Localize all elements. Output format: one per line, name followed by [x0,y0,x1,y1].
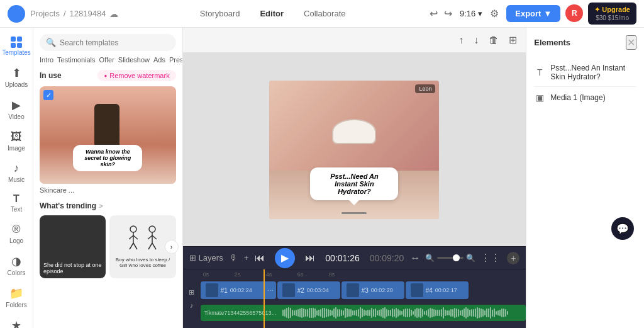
search-icon: 🔍 [46,38,56,47]
sidebar-item-uploads[interactable]: ⬆ Uploads [0,62,33,92]
sidebar-item-video[interactable]: ▶ Video [0,94,33,124]
undo-button[interactable]: ↩ [427,6,440,21]
avatar[interactable]: R [565,4,583,22]
templates-icon [11,37,22,48]
tag-ads[interactable]: Ads [153,55,165,65]
playhead[interactable] [264,269,265,328]
remove-watermark-button[interactable]: Remove watermark [97,70,175,81]
prev-button[interactable]: ⏮ [255,252,265,264]
zoom-track[interactable] [437,257,464,259]
nav-collaborate[interactable]: Collaborate [303,6,347,21]
clip-1[interactable]: #1 00:02:24 ... [201,281,276,299]
move-up-button[interactable]: ↑ [456,32,466,48]
trending-header[interactable]: What's trending [40,201,176,210]
clip-3-thumb [347,283,359,297]
export-button[interactable]: Export ▼ [506,5,560,22]
clip-2[interactable]: #2 00:03:04 [277,281,340,299]
sidebar-icons: Templates ⬆ Uploads ▶ Video 🖼 Image ♪ Mu… [0,28,33,328]
breadcrumb-project-id[interactable]: 12819484 [70,9,106,18]
templates-label: Templates [2,49,31,56]
tag-offer[interactable]: Offer [99,55,114,65]
nav-storyboard[interactable]: Storyboard [199,6,242,21]
element-item-1[interactable]: ▣ Media 1 (Image) [534,87,636,108]
track-icons: ⊞ ♪ [183,269,201,328]
template-name: Skincare ... [40,186,176,194]
track-icon-audio: ♪ [190,302,194,309]
chat-button[interactable]: 💬 [611,217,634,240]
sidebar-item-text[interactable]: T Text [0,189,33,217]
stick-figure-2 [145,225,159,251]
play-button[interactable]: ▶ [275,248,295,268]
template-thumbnail[interactable]: ✓ Wanna know the secret to glowing skin?… [40,86,176,201]
sidebar-item-stickers[interactable]: ★ Stickers [0,315,33,328]
sidebar-item-colors[interactable]: ◑ Colors [0,251,33,280]
trending-next-button[interactable]: › [165,240,179,254]
folders-label: Folders [6,302,26,308]
sidebar-item-templates[interactable]: Templates [0,33,33,60]
zoom-thumb[interactable] [453,254,460,261]
delete-button[interactable]: 🗑 [486,32,501,48]
tag-slideshow[interactable]: Slideshow [118,55,150,65]
canvas-toolbar: ↑ ↓ 🗑 ⊞ [183,28,526,53]
layers-button[interactable]: ⊞ Layers [189,253,223,263]
svg-point-6 [149,226,155,232]
in-use-label: In use [40,71,62,80]
image-label: Image [8,145,25,152]
in-use-section: In use Remove watermark [40,70,176,81]
svg-line-5 [133,243,137,249]
tag-pres[interactable]: Pres... [169,55,182,65]
svg-line-8 [148,235,152,239]
upgrade-button[interactable]: ✦ Upgrade $30 $15/mo [588,3,636,25]
element-media-icon: ▣ [534,92,545,103]
move-down-button[interactable]: ↓ [471,32,481,48]
tracks-container: ⊞ ♪ 0s 2s 4s 6s 8s [183,269,526,328]
sidebar-item-music[interactable]: ♪ Music [0,158,33,187]
tag-testimonials[interactable]: Testimonials [57,55,96,65]
more-options-button[interactable]: ⋮⋮ [480,252,501,264]
clip-3[interactable]: #3 00:02:20 [341,281,404,299]
search-input[interactable] [60,38,170,47]
logo-label: Logo [9,237,23,244]
music-label: Music [8,176,25,183]
svg-line-4 [130,243,133,249]
breadcrumb-projects[interactable]: Projects [30,9,60,18]
sidebar-item-logo[interactable]: ® Logo [0,219,33,248]
video-label: Video [8,113,24,120]
audio-track[interactable]: Tikmate713442556575013... // Generate wa… [201,305,526,321]
aspect-ratio[interactable]: 9:16 ▾ [460,9,482,18]
topbar-right: ↩ ↪ 9:16 ▾ ⚙ Export ▼ R ✦ Upgrade $30 $1… [427,3,636,25]
settings-button[interactable]: ⚙ [487,5,501,22]
clip-4-duration: 00:02:17 [435,287,457,293]
sidebar-item-image[interactable]: 🖼 Image [0,127,33,156]
clip-1-dots[interactable]: ... [267,284,274,293]
mic-button[interactable]: 🎙 [230,253,238,263]
tag-intro[interactable]: Intro [40,55,53,65]
redo-button[interactable]: ↪ [441,6,455,21]
add-element-button[interactable]: + [244,253,249,263]
audio-label: Tikmate713442556575013... [201,310,280,316]
ruler-0s: 0s [203,271,235,278]
video-track-row: #1 00:02:24 ... #2 00:03:04 [201,280,526,301]
sidebar-item-folders[interactable]: 📁 Folders [0,283,33,312]
zoom-plus-icon: 🔍 [466,254,475,263]
element-name-0: Psst...Need An Instant Skin Hydrator? [550,64,636,81]
elements-close-button[interactable]: ✕ [626,35,636,50]
elements-panel: Elements ✕ T Psst...Need An Instant Skin… [526,28,644,328]
add-track-button[interactable]: + [507,252,519,264]
next-button[interactable]: ⏭ [305,252,315,264]
element-item-0[interactable]: T Psst...Need An Instant Skin Hydrator? [534,59,636,87]
video-canvas[interactable]: Leon Psst...Need An Instant Skin Hydrato… [269,81,439,219]
trending-item-0[interactable]: She did not stop at one episode [40,215,106,278]
clip-1-thumb [206,283,218,297]
grid-button[interactable]: ⊞ [506,31,519,48]
svg-line-10 [148,243,152,249]
fit-button[interactable]: ↔ [410,252,420,264]
logo-icon: ® [12,223,20,236]
video-clips: #1 00:02:24 ... #2 00:03:04 [201,281,526,299]
clip-4[interactable]: #4 00:02:17 [406,281,469,299]
svg-line-3 [133,235,138,239]
app-logo [8,5,25,23]
clip-4-thumb [411,283,423,297]
nav-editor[interactable]: Editor [258,6,285,21]
zoom-slider[interactable]: 🔍 🔍 [425,254,475,263]
